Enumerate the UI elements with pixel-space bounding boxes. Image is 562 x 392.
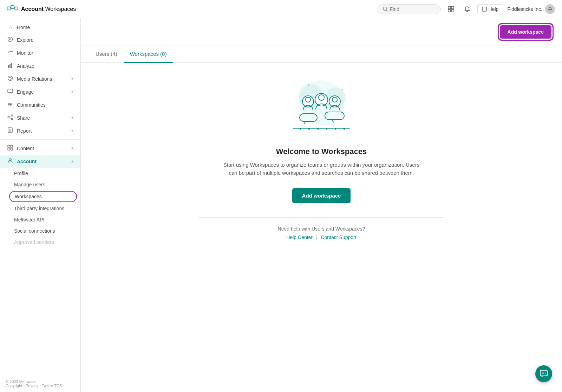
svg-rect-33: [8, 148, 10, 150]
sidebar-item-report[interactable]: Report ▾: [0, 124, 80, 137]
sidebar-item-analyze[interactable]: Analyze: [0, 59, 80, 72]
chat-fab-icon: [540, 370, 548, 378]
help-links: Help Center | Contact Support: [198, 234, 444, 240]
workspaces-content-area: ✦ ✦ ✦: [81, 63, 562, 392]
report-icon: [7, 127, 13, 134]
navbar-right: Help Fiddlesticks Inc.: [378, 3, 555, 15]
sidebar-subitem-meltwater-api[interactable]: Meltwater API: [0, 214, 80, 225]
svg-rect-11: [482, 7, 486, 11]
svg-point-57: [335, 128, 336, 130]
content-topbar: Add workspace: [81, 18, 562, 46]
svg-point-14: [9, 39, 11, 40]
svg-point-22: [11, 115, 13, 116]
sidebar-subitem-social-connections[interactable]: Social connections: [0, 225, 80, 237]
sidebar-nav: ⌂ Home Explore Monitor: [0, 18, 80, 375]
svg-rect-8: [451, 6, 454, 9]
svg-rect-10: [451, 9, 454, 12]
sidebar-subitem-approved-senders[interactable]: Approved senders: [0, 237, 80, 248]
sidebar-footer: © 2023 Meltwater Copyright • Privacy • T…: [0, 375, 80, 392]
analyze-icon: [7, 62, 13, 69]
add-workspace-top-wrapper: Add workspace: [498, 23, 554, 41]
svg-rect-32: [11, 145, 13, 147]
content-chevron: ▾: [71, 146, 73, 151]
tab-users[interactable]: Users (4): [89, 46, 124, 63]
svg-point-24: [11, 118, 13, 120]
svg-point-13: [8, 37, 13, 42]
contact-support-link[interactable]: Contact Support: [321, 234, 356, 240]
help-center-link[interactable]: Help Center: [286, 234, 313, 240]
workspaces-empty-state: ✦ ✦ ✦: [81, 63, 562, 247]
svg-rect-19: [8, 89, 13, 93]
logo-icon: [7, 5, 18, 13]
search-icon: [383, 7, 388, 12]
user-section[interactable]: Fiddlesticks Inc.: [507, 4, 555, 14]
sidebar-item-explore[interactable]: Explore: [0, 33, 80, 46]
sidebar-subitem-workspaces[interactable]: Workspaces: [9, 191, 77, 202]
svg-point-35: [9, 159, 11, 161]
sidebar-subitem-manage-users[interactable]: Manage users: [0, 179, 80, 190]
account-chevron: ▴: [71, 159, 73, 164]
navbar-left: Account Workspaces: [7, 5, 76, 13]
media-relations-chevron: ▾: [71, 77, 73, 81]
help-divider: |: [316, 234, 318, 240]
svg-text:✦: ✦: [307, 83, 310, 88]
svg-rect-9: [448, 9, 451, 12]
svg-line-6: [386, 10, 387, 11]
home-icon: ⌂: [7, 24, 13, 30]
svg-point-58: [344, 128, 345, 130]
add-workspace-center-button[interactable]: Add workspace: [292, 188, 351, 203]
workspaces-illustration: ✦ ✦ ✦: [283, 77, 360, 140]
top-navbar: Account Workspaces: [0, 0, 562, 18]
sidebar-subitem-profile[interactable]: Profile: [0, 168, 80, 179]
svg-point-56: [326, 128, 328, 130]
sidebar-item-account[interactable]: Account ▴: [0, 155, 80, 168]
user-name: Fiddlesticks Inc.: [507, 6, 542, 12]
svg-line-26: [9, 118, 11, 119]
search-input[interactable]: [390, 6, 432, 12]
help-button[interactable]: Help: [477, 4, 503, 14]
twitter-tos-link[interactable]: Twitter TOS: [42, 384, 62, 388]
sidebar-divider: [0, 139, 80, 140]
svg-text:✦: ✦: [299, 95, 301, 99]
tab-workspaces[interactable]: Workspaces (0): [124, 46, 173, 63]
svg-point-62: [545, 373, 546, 374]
svg-rect-2: [15, 7, 18, 10]
sidebar-item-monitor[interactable]: Monitor: [0, 46, 80, 59]
account-icon: [7, 158, 13, 165]
app-body: ⌂ Home Explore Monitor: [0, 18, 562, 392]
grid-icon: [448, 6, 454, 12]
bell-icon: [464, 6, 470, 12]
sidebar-item-engage[interactable]: Engage ▾: [0, 85, 80, 98]
svg-rect-31: [8, 145, 10, 147]
welcome-description: Start using Workspaces to organize teams…: [220, 161, 423, 177]
svg-point-61: [543, 373, 544, 374]
welcome-title: Welcome to Workspaces: [276, 147, 367, 156]
sidebar-item-communities[interactable]: Communities: [0, 98, 80, 111]
navbar-brand: Account Workspaces: [21, 6, 76, 12]
svg-rect-16: [9, 64, 11, 68]
engage-chevron: ▾: [71, 89, 73, 94]
sidebar-item-home[interactable]: ⌂ Home: [0, 21, 80, 33]
svg-rect-15: [8, 65, 9, 68]
privacy-link[interactable]: Privacy: [26, 384, 38, 388]
communities-icon: [7, 101, 13, 108]
svg-point-21: [11, 103, 12, 105]
sidebar-subitem-third-party[interactable]: Third party integrations: [0, 203, 80, 214]
help-icon: [482, 7, 487, 12]
search-bar[interactable]: [378, 4, 441, 14]
sidebar-item-share[interactable]: Share ▾: [0, 111, 80, 124]
svg-rect-17: [11, 63, 12, 68]
sidebar-item-media-relations[interactable]: Media Relations ▾: [0, 72, 80, 85]
media-relations-icon: [7, 75, 13, 82]
sidebar-item-content[interactable]: Content ▾: [0, 142, 80, 155]
chat-fab-button[interactable]: [535, 365, 552, 382]
bell-icon-button[interactable]: [461, 3, 473, 15]
help-text: Need help with Users and Workspaces?: [198, 226, 444, 232]
copyright-link[interactable]: Copyright: [6, 384, 22, 388]
explore-icon: [7, 36, 13, 43]
report-chevron: ▾: [71, 128, 73, 133]
monitor-icon: [7, 49, 13, 56]
add-workspace-top-button[interactable]: Add workspace: [500, 25, 551, 39]
svg-point-23: [8, 117, 9, 118]
grid-icon-button[interactable]: [445, 3, 457, 15]
